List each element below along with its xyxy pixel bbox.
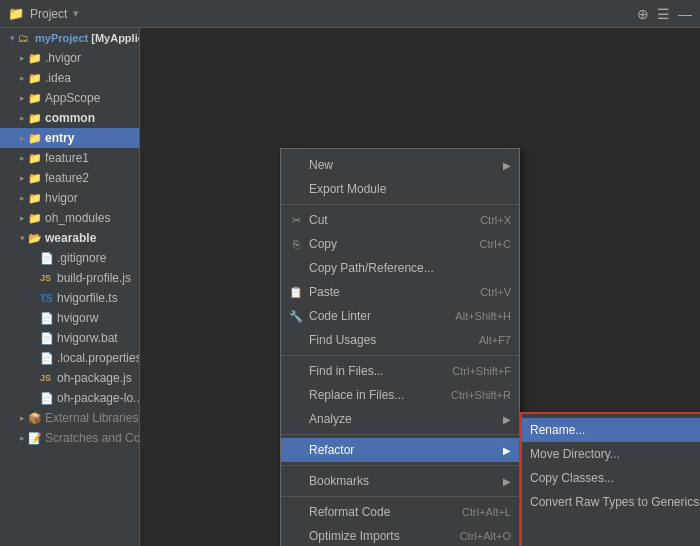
menu-item-find-files[interactable]: Find in Files... Ctrl+Shift+F (281, 359, 519, 383)
oh-modules-folder-icon: 📁 (28, 212, 42, 225)
tree-item-local-properties[interactable]: 📄 .local.properties (0, 348, 139, 368)
new-arrow: ▶ (503, 160, 511, 171)
menu-item-bookmarks[interactable]: Bookmarks ▶ (281, 469, 519, 493)
tree-item-ext-libraries[interactable]: ▸ 📦 External Libraries (0, 408, 139, 428)
title-text: Project (30, 7, 67, 21)
tree-item-hvigorfile[interactable]: TS hvigorfile.ts (0, 288, 139, 308)
code-linter-label: Code Linter (309, 309, 371, 323)
project-icon: 📁 (8, 6, 24, 21)
tree-item-feature1[interactable]: ▸ 📁 feature1 (0, 148, 139, 168)
scratches-label: Scratches and Co... (45, 431, 140, 445)
tree-item-common[interactable]: ▸ 📁 common (0, 108, 139, 128)
tree-item-hvigorw-bat[interactable]: 📄 hvigorw.bat (0, 328, 139, 348)
refactor-item-convert[interactable]: Convert Raw Types to Generics... (522, 490, 700, 514)
hvigor-arrow: ▸ (16, 53, 28, 63)
cut-label: Cut (309, 213, 328, 227)
add-icon[interactable]: ⊕ (637, 6, 649, 22)
feature2-folder-icon: 📁 (28, 172, 42, 185)
tree-item-build-profile[interactable]: JS build-profile.js (0, 268, 139, 288)
entry-folder-icon: 📁 (28, 132, 42, 145)
tree-item-root[interactable]: ▾ 🗂 myProject [MyApplication] D:\my (0, 28, 139, 48)
analyze-arrow: ▶ (503, 414, 511, 425)
appscope-label: AppScope (45, 91, 100, 105)
move-dir-label: Move Directory... (530, 447, 620, 461)
wearable-label: wearable (45, 231, 96, 245)
refactor-label: Refactor (309, 443, 354, 457)
tree-item-feature2[interactable]: ▸ 📁 feature2 (0, 168, 139, 188)
hvigorw-icon: 📄 (40, 312, 54, 325)
refactor-item-rename[interactable]: Rename... Shift+F6 (522, 418, 700, 442)
ext-icon: 📦 (28, 412, 42, 425)
tree-item-entry[interactable]: ▸ 📁 entry (0, 128, 139, 148)
menu-item-copy-path[interactable]: Copy Path/Reference... (281, 256, 519, 280)
collapse-icon[interactable]: — (678, 6, 692, 22)
find-files-shortcut: Ctrl+Shift+F (452, 365, 511, 377)
separator-1 (281, 204, 519, 205)
cut-icon: ✂ (289, 214, 303, 227)
menu-item-copy[interactable]: ⎘ Copy Ctrl+C (281, 232, 519, 256)
hvigorfile-label: hvigorfile.ts (57, 291, 118, 305)
menu-item-replace-files[interactable]: Replace in Files... Ctrl+Shift+R (281, 383, 519, 407)
settings-icon[interactable]: ☰ (657, 6, 670, 22)
oh-modules-arrow: ▸ (16, 213, 28, 223)
root-label: myProject [MyApplication] D:\my (35, 32, 140, 44)
tree-item-gitignore[interactable]: 📄 .gitignore (0, 248, 139, 268)
menu-item-optimize[interactable]: Optimize Imports Ctrl+Alt+O (281, 524, 519, 546)
root-folder-icon: 🗂 (18, 32, 32, 44)
hvigor-label: .hvigor (45, 51, 81, 65)
find-usages-label: Find Usages (309, 333, 376, 347)
oh-package-js-icon: JS (40, 373, 54, 383)
tree-item-idea[interactable]: ▸ 📁 .idea (0, 68, 139, 88)
menu-item-refactor[interactable]: Refactor ▶ (281, 438, 519, 462)
tree-item-wearable[interactable]: ▾ 📂 wearable (0, 228, 139, 248)
linter-shortcut: Alt+Shift+H (455, 310, 511, 322)
tree-item-oh-package-js[interactable]: JS oh-package.js (0, 368, 139, 388)
tree-item-oh-package-lo[interactable]: 📄 oh-package-lo... (0, 388, 139, 408)
tree-item-hvigorw[interactable]: 📄 hvigorw (0, 308, 139, 328)
wearable-folder-icon: 📂 (28, 232, 42, 245)
tree-item-hvigor[interactable]: ▸ 📁 .hvigor (0, 48, 139, 68)
local-properties-icon: 📄 (40, 352, 54, 365)
menu-item-paste[interactable]: 📋 Paste Ctrl+V (281, 280, 519, 304)
menu-item-analyze[interactable]: Analyze ▶ (281, 407, 519, 431)
menu-item-find-usages[interactable]: Find Usages Alt+F7 (281, 328, 519, 352)
menu-item-code-linter[interactable]: 🔧 Code Linter Alt+Shift+H (281, 304, 519, 328)
common-folder-icon: 📁 (28, 112, 42, 125)
main-area: ▾ 🗂 myProject [MyApplication] D:\my ▸ 📁 … (0, 28, 700, 546)
replace-files-label: Replace in Files... (309, 388, 404, 402)
refactor-item-copy-classes[interactable]: Copy Classes... F5 (522, 466, 700, 490)
separator-5 (281, 496, 519, 497)
optimize-shortcut: Ctrl+Alt+O (460, 530, 511, 542)
rename-label: Rename... (530, 423, 585, 437)
ext-label: External Libraries (45, 411, 138, 425)
tree-item-hvigor2[interactable]: ▸ 📁 hvigor (0, 188, 139, 208)
copy-shortcut: Ctrl+C (480, 238, 511, 250)
idea-arrow: ▸ (16, 73, 28, 83)
feature2-label: feature2 (45, 171, 89, 185)
project-panel: ▾ 🗂 myProject [MyApplication] D:\my ▸ 📁 … (0, 28, 140, 546)
tree-item-appscope[interactable]: ▸ 📁 AppScope (0, 88, 139, 108)
tree-item-scratches[interactable]: ▸ 📝 Scratches and Co... (0, 428, 139, 448)
idea-folder-icon: 📁 (28, 72, 42, 85)
oh-package-js-label: oh-package.js (57, 371, 132, 385)
reformat-label: Reformat Code (309, 505, 390, 519)
title-dropdown-icon[interactable]: ▾ (73, 7, 79, 20)
menu-item-new[interactable]: New ▶ (281, 153, 519, 177)
separator-4 (281, 465, 519, 466)
hvigor2-folder-icon: 📁 (28, 192, 42, 205)
menu-item-export[interactable]: Export Module (281, 177, 519, 201)
entry-arrow: ▸ (16, 133, 28, 143)
context-menu-wrapper: New ▶ Export Module ✂ Cut Ct (280, 148, 700, 546)
wearable-arrow: ▾ (16, 233, 28, 243)
entry-label: entry (45, 131, 74, 145)
refactor-arrow: ▶ (503, 445, 511, 456)
ext-arrow: ▸ (16, 413, 28, 423)
tree-item-oh-modules[interactable]: ▸ 📁 oh_modules (0, 208, 139, 228)
common-label: common (45, 111, 95, 125)
feature2-arrow: ▸ (16, 173, 28, 183)
gitignore-icon: 📄 (40, 252, 54, 265)
menu-item-reformat[interactable]: Reformat Code Ctrl+Alt+L (281, 500, 519, 524)
refactor-item-move-dir[interactable]: Move Directory... F6 (522, 442, 700, 466)
optimize-label: Optimize Imports (309, 529, 400, 543)
menu-item-cut[interactable]: ✂ Cut Ctrl+X (281, 208, 519, 232)
